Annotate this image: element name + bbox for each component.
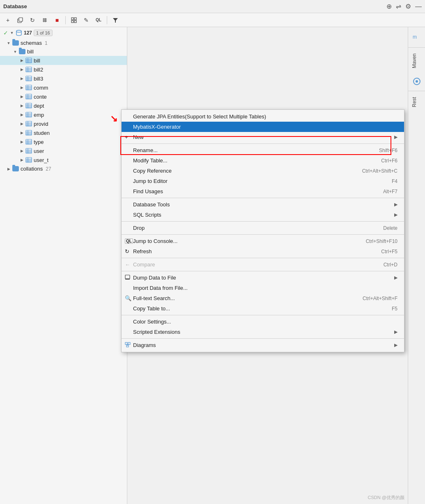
type-arrow: ▶ — [20, 140, 24, 144]
rest-tab[interactable]: Rest — [408, 91, 425, 113]
schemas-label: schemas — [21, 40, 42, 46]
sql-scripts-arrow: ▶ — [394, 212, 397, 217]
context-menu-db-tools[interactable]: Database Tools ▶ — [122, 199, 404, 210]
schemas-folder-icon — [12, 40, 19, 46]
tree-item-bill-folder[interactable]: ▼ bill — [0, 47, 127, 56]
user-arrow: ▶ — [20, 149, 24, 153]
title-bar-icons: ⊕ ⇌ ⚙ — — [386, 2, 422, 10]
tree-item-collations[interactable]: ▶ collations 27 — [0, 164, 127, 173]
bill3-label: bill3 — [34, 76, 43, 82]
context-menu-drop[interactable]: Drop Delete — [122, 223, 404, 233]
tree-item-user-t[interactable]: ▶ user_t — [0, 155, 127, 164]
rename-label: Rename... — [133, 147, 158, 153]
separator-7 — [122, 315, 404, 315]
compare-label: Compare — [133, 261, 155, 268]
tree-item-schemas[interactable]: ▼ schemas 1 — [0, 39, 127, 47]
db-tools-label: Database Tools — [133, 201, 170, 208]
edit-button[interactable]: ✎ — [81, 15, 92, 25]
context-menu-new[interactable]: + New ▶ — [122, 132, 404, 142]
db-tools-arrow: ▶ — [394, 202, 397, 207]
db-icon — [16, 30, 22, 36]
emp-table-icon — [25, 111, 32, 118]
jump-editor-label: Jump to Editor — [133, 178, 168, 184]
context-menu-scripted-ext[interactable]: Scripted Extensions ▶ — [122, 327, 404, 337]
context-menu-copy-ref[interactable]: Copy Reference Ctrl+Alt+Shift+C — [122, 166, 404, 176]
user-t-label: user_t — [34, 157, 48, 163]
schemas-count: 1 — [45, 40, 48, 46]
svg-rect-3 — [74, 18, 76, 20]
new-plus-icon: + — [125, 134, 128, 140]
fulltext-search-shortcut: Ctrl+Alt+Shift+F — [363, 296, 397, 301]
tree-item-comm[interactable]: ▶ comm — [0, 83, 127, 92]
context-menu-refresh[interactable]: ↻ Refresh Ctrl+F5 — [122, 246, 404, 257]
refresh-shortcut: Ctrl+F5 — [381, 249, 397, 254]
tree-item-dept[interactable]: ▶ dept — [0, 101, 127, 110]
stop-button[interactable]: ■ — [52, 15, 62, 25]
minus-icon[interactable]: — — [415, 3, 422, 10]
split-icon[interactable]: ⇌ — [396, 2, 401, 10]
emp-arrow: ▶ — [20, 113, 24, 117]
context-menu-jump-console[interactable]: QL Jump to Console... Ctrl+Shift+F10 — [122, 236, 404, 246]
separator-1 — [122, 143, 404, 144]
svg-rect-71 — [125, 275, 130, 279]
tree-item-type[interactable]: ▶ type — [0, 137, 127, 146]
tree-item-bill2[interactable]: ▶ bill2 — [0, 65, 127, 74]
tree-item-provid[interactable]: ▶ provid — [0, 119, 127, 128]
filter-button[interactable] — [110, 15, 121, 25]
node-count: 127 — [24, 30, 32, 36]
globe-icon[interactable]: ⊕ — [386, 2, 392, 10]
tree-panel: ✓ ▼ 127 1 of 16 ▼ schemas 1 ▼ bi — [0, 27, 127, 504]
expand-arrow[interactable]: ▼ — [10, 31, 14, 35]
context-menu-dump-data[interactable]: Dump Data to File ▶ — [122, 273, 404, 283]
bill3-arrow: ▶ — [20, 76, 24, 81]
context-menu-jump-editor[interactable]: Jump to Editor F4 — [122, 176, 404, 186]
separator-2 — [122, 198, 404, 198]
copy-ref-shortcut: Ctrl+Alt+Shift+C — [362, 168, 397, 174]
user-t-table-icon — [25, 157, 32, 163]
context-menu-generate-jpa[interactable]: Generate JPA Entities(Support to Select … — [122, 111, 404, 122]
add-button[interactable]: + — [2, 15, 13, 25]
context-menu-color-settings[interactable]: Color Settings... — [122, 317, 404, 327]
tree-item-emp[interactable]: ▶ emp — [0, 110, 127, 119]
dept-table-icon — [25, 102, 32, 109]
context-menu-copy-table[interactable]: Copy Table to... F5 — [122, 303, 404, 314]
schema-button[interactable] — [39, 15, 50, 25]
page-info: 1 of 16 — [34, 30, 53, 36]
context-menu-find-usages[interactable]: Find Usages Alt+F7 — [122, 186, 404, 197]
tree-item-bill-table[interactable]: ▶ bill — [0, 56, 127, 65]
diagrams-icon — [125, 342, 131, 349]
provid-table-icon — [25, 120, 32, 127]
collations-arrow: ▶ — [7, 167, 11, 171]
svg-rect-73 — [125, 342, 127, 344]
copy-button[interactable] — [15, 15, 25, 25]
bill-folder-label: bill — [27, 49, 34, 55]
new-label: New — [133, 134, 144, 140]
context-menu-modify[interactable]: Modify Table... Ctrl+F6 — [122, 155, 404, 166]
rename-shortcut: Shift+F6 — [379, 148, 397, 153]
sql-button[interactable]: QL — [93, 15, 104, 25]
tree-item-user[interactable]: ▶ user — [0, 146, 127, 155]
context-menu-fulltext-search[interactable]: 🔍 Full-text Search... Ctrl+Alt+Shift+F — [122, 293, 404, 303]
grid-button[interactable] — [69, 15, 79, 25]
tree-item-conte[interactable]: ▶ conte — [0, 92, 127, 101]
context-menu-diagrams[interactable]: Diagrams ▶ — [122, 340, 404, 350]
attribution-text: CSDN @优秀的颜 — [368, 495, 404, 501]
collations-folder-icon — [12, 166, 19, 171]
scripted-ext-label: Scripted Extensions — [133, 329, 180, 335]
context-menu-import[interactable]: Import Data from File... — [122, 283, 404, 293]
type-label: type — [34, 139, 44, 145]
context-menu-rename[interactable]: Rename... Shift+F6 — [122, 145, 404, 155]
maven-tab[interactable]: Maven — [408, 47, 425, 74]
refresh-button[interactable]: ↻ — [27, 15, 38, 25]
tree-item-bill3[interactable]: ▶ bill3 — [0, 74, 127, 83]
new-arrow-right: ▶ — [394, 134, 397, 140]
tree-item-studen[interactable]: ▶ studen — [0, 128, 127, 137]
context-menu-mybatisx[interactable]: MybatisX-Generator — [122, 122, 404, 132]
context-menu-sql-scripts[interactable]: SQL Scripts ▶ — [122, 210, 404, 220]
gear-icon[interactable]: ⚙ — [405, 2, 411, 10]
copy-table-shortcut: F5 — [392, 306, 397, 312]
copy-table-label: Copy Table to... — [133, 305, 170, 312]
user-label: user — [34, 148, 44, 154]
breadcrumb-row: ✓ ▼ 127 1 of 16 — [0, 27, 127, 39]
svg-rect-75 — [126, 345, 129, 347]
